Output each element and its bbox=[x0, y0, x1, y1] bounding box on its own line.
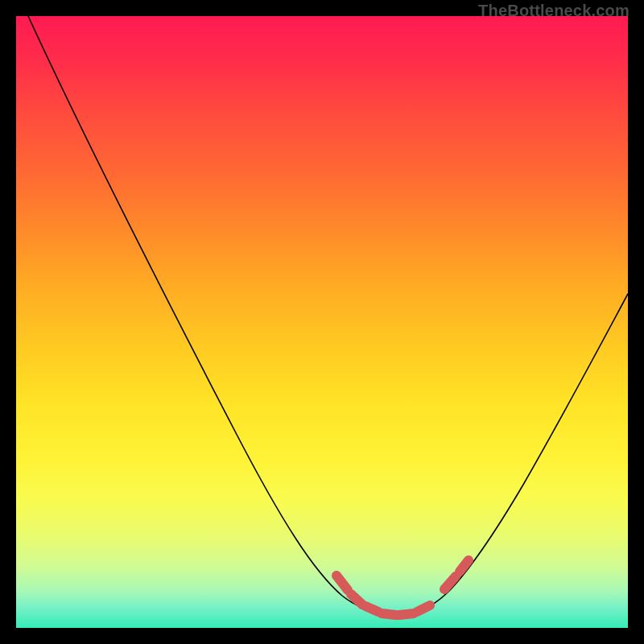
highlight-dash bbox=[444, 576, 456, 589]
plot-area bbox=[16, 16, 628, 628]
highlight-dash bbox=[399, 613, 414, 615]
highlight-dash bbox=[460, 560, 469, 572]
highlight-dash bbox=[351, 594, 362, 605]
bottleneck-curve bbox=[28, 16, 628, 615]
curve-layer bbox=[16, 16, 628, 628]
highlight-dash bbox=[382, 613, 396, 615]
highlight-dashes bbox=[336, 560, 469, 615]
highlight-dash bbox=[417, 605, 430, 612]
chart-frame: TheBottleneck.com bbox=[0, 0, 644, 644]
watermark-text: TheBottleneck.com bbox=[478, 2, 630, 20]
highlight-dash bbox=[365, 606, 378, 612]
highlight-dash bbox=[336, 576, 348, 590]
